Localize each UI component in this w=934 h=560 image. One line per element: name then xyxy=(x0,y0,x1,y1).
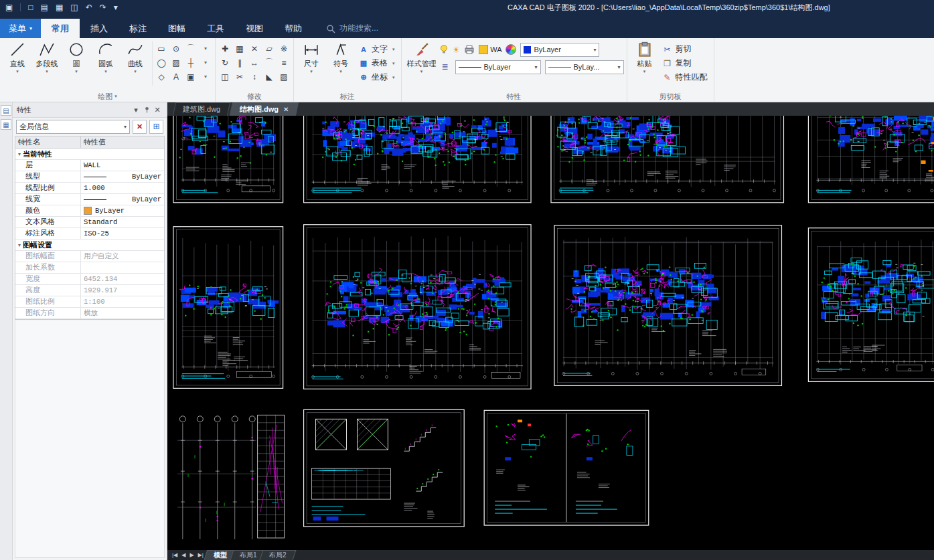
ribbon-tab-工具[interactable]: 工具 xyxy=(196,19,235,38)
undo-icon[interactable]: ↶ xyxy=(86,0,92,15)
rotate2-icon[interactable]: ▱ xyxy=(262,41,276,56)
clipboard-group-label[interactable]: 剪切板 xyxy=(630,91,711,102)
rectangle-icon[interactable]: ▭ xyxy=(155,41,168,56)
more-draw-icon-2[interactable]: ▾ xyxy=(199,56,212,70)
tab-nav-icon-3[interactable]: ▶| xyxy=(196,552,206,558)
tab-nav-icon-1[interactable]: ◀ xyxy=(179,552,187,558)
ribbon-tab-常用[interactable]: 常用 xyxy=(41,19,80,38)
model-tab-布局2[interactable]: 布局2 xyxy=(260,550,296,560)
search-box[interactable]: 功能搜索... xyxy=(326,19,378,38)
offset-icon[interactable]: ∥ xyxy=(233,56,246,70)
new-file-icon[interactable]: □ xyxy=(28,0,33,15)
property-section-header[interactable]: ▾图幅设置 xyxy=(15,240,164,250)
document-tab-结构图.dwg[interactable]: 结构图.dwg✕ xyxy=(230,102,299,116)
properties-group-label[interactable]: 特性 xyxy=(404,91,624,102)
chamfer-icon[interactable]: ◣ xyxy=(262,70,276,84)
centerline-icon[interactable]: ┼ xyxy=(184,56,198,70)
equal-icon[interactable]: ≡ xyxy=(277,56,291,70)
library-palette-icon[interactable]: ▦ xyxy=(1,119,11,130)
text-button[interactable]: A文字▾ xyxy=(356,42,398,56)
block-icon[interactable]: ▣ xyxy=(184,70,198,84)
pin-icon[interactable] xyxy=(141,106,152,114)
more-draw-icon-1[interactable]: ▾ xyxy=(199,41,212,56)
property-value[interactable] xyxy=(81,262,164,273)
property-value[interactable]: 横放 xyxy=(81,308,164,318)
symbol-button[interactable]: 符号▾ xyxy=(326,39,356,90)
app-icon[interactable]: ▣ xyxy=(5,0,13,15)
ribbon-tab-帮助[interactable]: 帮助 xyxy=(274,19,313,38)
hatch-edit-icon[interactable]: ▨ xyxy=(277,70,291,84)
property-value[interactable]: 1929.917 xyxy=(81,285,164,296)
cad-canvas[interactable] xyxy=(167,116,934,550)
property-value[interactable]: 用户自定义 xyxy=(81,251,164,262)
tab-nav-icon-0[interactable]: |◀ xyxy=(170,552,179,558)
property-value[interactable]: ByLayer xyxy=(81,205,164,216)
property-value[interactable]: 1.000 xyxy=(81,183,164,193)
circle-button[interactable]: 圆▾ xyxy=(62,39,91,90)
paste-button[interactable]: 粘贴▾ xyxy=(630,39,659,90)
lineweight-combo[interactable]: ByLay... ▾ xyxy=(545,60,624,74)
text-tool-icon[interactable]: A xyxy=(169,70,183,84)
quick-select-button[interactable]: ⊞ xyxy=(149,120,163,134)
scale-icon[interactable]: ↕ xyxy=(248,70,261,84)
explode-icon[interactable]: ※ xyxy=(277,41,291,56)
property-value[interactable]: 1:100 xyxy=(81,296,164,307)
close-icon[interactable]: ✕ xyxy=(152,106,163,114)
annotate-group-label[interactable]: 标注 xyxy=(297,91,398,102)
ribbon-tab-图幅[interactable]: 图幅 xyxy=(157,19,196,38)
polygon-icon[interactable]: ◇ xyxy=(155,70,168,84)
scope-dropdown[interactable]: 全局信息 ▾ xyxy=(16,120,130,134)
ribbon-tab-插入[interactable]: 插入 xyxy=(80,19,119,38)
ribbon-tab-标注[interactable]: 标注 xyxy=(119,19,157,38)
chevron-down-icon[interactable]: ▾ xyxy=(131,106,141,114)
property-section-header[interactable]: ▾当前特性 xyxy=(15,149,164,159)
ribbon-tab-视图[interactable]: 视图 xyxy=(235,19,274,38)
dimension-button[interactable]: 尺寸▾ xyxy=(297,39,326,90)
cut-button[interactable]: ✂剪切 xyxy=(659,42,711,56)
modify-group-label[interactable]: 修改 xyxy=(218,91,291,102)
curve-button[interactable]: 曲线▾ xyxy=(121,39,150,90)
tab-nav-icon-2[interactable]: ▶ xyxy=(187,552,196,558)
layer-freeze-icon[interactable]: ☀ xyxy=(453,45,461,55)
stretch-icon[interactable]: ↔ xyxy=(248,56,261,70)
table-button[interactable]: ▦表格▾ xyxy=(356,56,398,70)
layers-icon[interactable]: ≣ xyxy=(439,62,451,72)
hatch-icon[interactable]: ▨ xyxy=(169,56,183,70)
color-combo[interactable]: ByLayer ▾ xyxy=(520,43,599,57)
trim-icon[interactable]: ✂ xyxy=(233,70,246,84)
mirror-icon[interactable]: ◫ xyxy=(218,70,232,84)
draw-group-label[interactable]: 绘图▾ xyxy=(3,91,212,102)
move-icon[interactable]: ✚ xyxy=(218,41,232,56)
rotate-icon[interactable]: ↻ xyxy=(218,56,232,70)
property-value[interactable]: ByLayer xyxy=(81,171,164,182)
redo-icon[interactable]: ↷ xyxy=(100,0,106,15)
current-layer-chip[interactable]: WA xyxy=(479,45,501,54)
polyline-button[interactable]: 多段线▾ xyxy=(32,39,62,90)
linetype-combo[interactable]: ByLayer ▾ xyxy=(455,60,541,74)
close-icon[interactable]: ✕ xyxy=(283,106,289,113)
save-icon[interactable]: ▦ xyxy=(56,0,63,15)
layer-plot-icon[interactable] xyxy=(464,45,475,54)
property-value[interactable]: 6452.134 xyxy=(81,274,164,284)
erase-icon[interactable]: ✕ xyxy=(248,41,261,56)
property-value[interactable]: Standard xyxy=(81,217,164,227)
property-value[interactable]: WALL xyxy=(81,160,164,171)
style-button[interactable]: 样式管理▾ xyxy=(404,39,439,90)
point-icon[interactable]: ⊙ xyxy=(169,41,183,56)
property-value[interactable]: ByLayer xyxy=(81,194,164,205)
layer-visibility-icon[interactable] xyxy=(439,44,449,55)
coordinate-button[interactable]: ⊕坐标▾ xyxy=(356,70,398,84)
array-icon[interactable]: ▦ xyxy=(233,41,246,56)
qat-more-icon[interactable]: ▾ xyxy=(114,0,118,15)
match-properties-button[interactable]: ✎特性匹配 xyxy=(659,70,711,84)
line-button[interactable]: 直线▾ xyxy=(3,39,32,90)
open-file-icon[interactable]: ▤ xyxy=(41,0,48,15)
properties-palette-icon[interactable]: ▤ xyxy=(1,105,11,116)
property-value[interactable]: ISO-25 xyxy=(81,228,164,239)
color-wheel-icon[interactable] xyxy=(505,44,516,55)
ellipse-icon[interactable]: ◯ xyxy=(155,56,168,70)
spline-icon[interactable]: ⌒ xyxy=(184,41,198,56)
menu-button[interactable]: 菜单 ▾ xyxy=(0,19,41,38)
document-tab-建筑图.dwg[interactable]: 建筑图.dwg xyxy=(173,102,231,116)
fillet-icon[interactable]: ⌒ xyxy=(262,56,276,70)
